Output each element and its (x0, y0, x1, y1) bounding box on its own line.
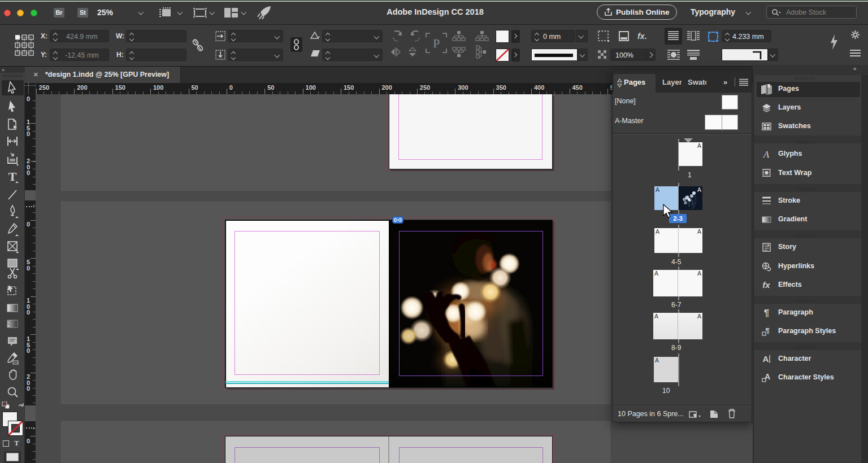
svg-text:¶: ¶ (764, 308, 769, 318)
svg-text:P: P (433, 36, 440, 50)
svg-text:fx: fx (762, 280, 770, 290)
svg-text:A: A (763, 149, 770, 159)
svg-text:A: A (763, 354, 769, 364)
svg-text:T: T (8, 169, 17, 183)
